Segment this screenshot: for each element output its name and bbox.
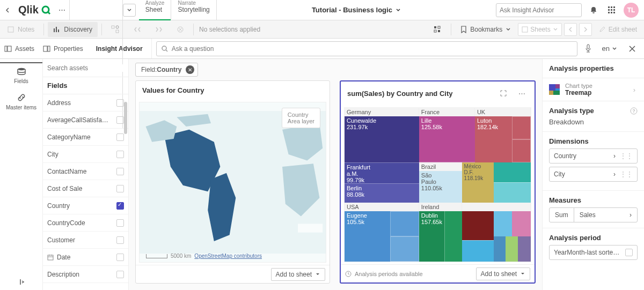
next-sheet-button[interactable] (579, 23, 592, 36)
treemap-chart[interactable]: Germany France UK Cunewalde231.97k Lille… (344, 107, 531, 262)
selections-tool-button[interactable] (428, 22, 447, 37)
search-assets[interactable] (43, 59, 128, 77)
fields-list: AddressAverageCallSatisfa…CategoryNameCi… (43, 94, 128, 290)
card-menu-button[interactable]: ⋯ (515, 87, 528, 100)
field-chip[interactable]: Field:Country ✕ (135, 63, 198, 77)
measure-sales[interactable]: Sum Sales› (549, 207, 638, 222)
svg-point-25 (162, 46, 166, 50)
rail-master-items[interactable]: Master items (0, 88, 42, 115)
svg-rect-21 (5, 46, 7, 51)
dimensions-section: Dimensions Country › ⋮⋮ City › ⋮⋮ (543, 132, 644, 191)
fields-panel: Fields AddressAverageCallSatisfa…Categor… (43, 59, 129, 290)
svg-rect-35 (549, 91, 553, 95)
checkbox[interactable] (625, 249, 633, 256)
checkbox[interactable] (116, 236, 124, 244)
svg-rect-19 (438, 30, 440, 32)
app-title[interactable]: Tutorial - Business logic (217, 6, 496, 14)
checkbox[interactable] (116, 99, 124, 107)
nav-analyze[interactable]: Analyze Sheet (139, 0, 172, 20)
edit-sheet-button[interactable]: Edit sheet (594, 22, 642, 37)
notifications-icon[interactable] (587, 4, 600, 17)
question-input[interactable] (172, 45, 573, 53)
field-row[interactable]: Customer (43, 232, 128, 249)
chip-bar: Field:Country ✕ (129, 59, 542, 80)
chip-remove-icon[interactable]: ✕ (186, 65, 194, 74)
language-selector[interactable]: en (599, 44, 620, 53)
field-row[interactable]: ContactName (43, 163, 128, 180)
field-row[interactable]: CountryCode (43, 214, 128, 232)
field-row[interactable]: Address (43, 94, 128, 111)
step-forward-button[interactable] (150, 22, 168, 37)
dimension-country[interactable]: Country › ⋮⋮ (549, 148, 638, 163)
svg-rect-4 (613, 6, 615, 8)
analysis-period-pill[interactable]: YearMonth-last sorte… (549, 245, 638, 260)
field-row[interactable]: Country (43, 197, 128, 214)
nav-narrate[interactable]: Narrate Storytelling (171, 0, 216, 20)
field-row[interactable]: AverageCallSatisfa… (43, 111, 128, 129)
map-legend: Country Area layer (282, 108, 320, 128)
bookmarks-button[interactable]: Bookmarks (455, 22, 516, 37)
assets-toggle[interactable]: Assets (0, 39, 39, 58)
calendar-icon (47, 254, 54, 261)
checkbox[interactable] (116, 202, 124, 210)
insight-search[interactable] (496, 3, 582, 17)
question-input-wrap[interactable] (156, 41, 577, 56)
checkbox[interactable] (116, 185, 124, 192)
step-back-button[interactable] (128, 22, 147, 37)
sheets-dropdown[interactable]: Sheets (518, 23, 561, 36)
analysis-periods-label: Analysis periods available (355, 271, 423, 277)
checkbox[interactable] (116, 219, 124, 227)
drag-handle-icon[interactable]: ⋮⋮ (620, 170, 633, 178)
help-icon[interactable]: ? (630, 107, 638, 115)
close-insight-button[interactable] (625, 45, 640, 53)
clear-selections-button[interactable] (171, 22, 189, 37)
nav-prepare-dropdown[interactable] (123, 4, 136, 17)
search-icon (161, 45, 169, 53)
clock-icon (345, 271, 352, 277)
add-to-sheet-button[interactable]: Add to sheet (271, 268, 325, 281)
card-treemap: sum(Sales) by Country and City ⋯ Germany… (340, 80, 536, 284)
drag-handle-icon[interactable]: ⋮⋮ (620, 152, 633, 160)
field-row[interactable]: Date (43, 249, 128, 266)
checkbox[interactable] (116, 116, 124, 124)
logo: Qlik (15, 4, 55, 16)
scrollbar[interactable] (124, 102, 127, 134)
svg-rect-6 (611, 9, 612, 11)
chevron-right-icon[interactable]: › (631, 86, 638, 94)
svg-rect-30 (298, 224, 323, 232)
chevron-right-icon: › (630, 211, 632, 219)
notes-button[interactable]: Notes (2, 22, 40, 37)
field-row[interactable]: CategoryName (43, 129, 128, 146)
checkbox[interactable] (116, 151, 124, 158)
apps-grid-icon[interactable] (605, 4, 618, 17)
field-row[interactable]: City (43, 146, 128, 163)
checkbox[interactable] (116, 271, 124, 278)
field-row[interactable]: Cost of Sale (43, 180, 128, 197)
map-scale: 5000 km OpenStreetMap contributors (146, 253, 262, 259)
mic-button[interactable] (582, 42, 595, 55)
insight-search-input[interactable] (500, 6, 580, 14)
analysis-canvas: Field:Country ✕ Values for Country Count… (129, 59, 542, 290)
svg-rect-3 (611, 6, 612, 8)
field-row[interactable]: Description (43, 266, 128, 283)
search-assets-input[interactable] (47, 64, 124, 72)
map-chart[interactable]: Country Area layer (139, 102, 326, 263)
chart-type-row[interactable]: Chart type Treemap › (543, 78, 644, 101)
rail-fields[interactable]: Fields (0, 62, 42, 88)
svg-rect-33 (555, 84, 560, 88)
checkbox[interactable] (116, 133, 124, 141)
checkbox[interactable] (116, 254, 124, 261)
svg-rect-10 (613, 12, 615, 13)
fullscreen-button[interactable] (497, 87, 510, 100)
rail-collapse[interactable] (0, 274, 42, 290)
app-menu-button[interactable]: ⋯ (55, 0, 70, 20)
add-to-sheet-button[interactable]: Add to sheet (476, 267, 530, 280)
user-avatar[interactable]: TL (624, 3, 639, 18)
checkbox[interactable] (116, 168, 124, 175)
analysis-period-section: Analysis period YearMonth-last sorte… (543, 228, 644, 269)
svg-rect-7 (613, 9, 615, 11)
svg-rect-23 (43, 46, 47, 51)
dimension-city[interactable]: City › ⋮⋮ (549, 167, 638, 182)
back-button[interactable] (0, 0, 15, 20)
prev-sheet-button[interactable] (564, 23, 577, 36)
